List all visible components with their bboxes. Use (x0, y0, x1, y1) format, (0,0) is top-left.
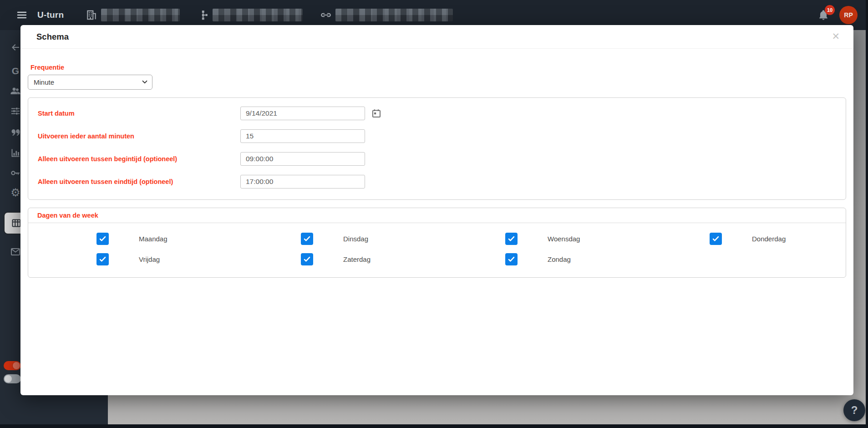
help-button[interactable]: ? (843, 399, 865, 421)
modal-header: Schema ✕ (20, 25, 853, 49)
day-checkbox-item[interactable]: Maandag (28, 232, 233, 245)
days-of-week-label: Dagen van de week (28, 208, 846, 223)
globe-icon[interactable]: G (10, 66, 21, 76)
day-label: Zondag (548, 255, 571, 263)
checkbox-checked[interactable] (96, 253, 109, 265)
field-input[interactable] (240, 129, 365, 143)
tune-icon[interactable] (10, 106, 21, 117)
form-row: Alleen uitvoeren tussen eindtijd (option… (28, 170, 846, 193)
toggle-knob (5, 375, 12, 382)
day-checkbox-item[interactable]: Zondag (437, 253, 641, 265)
topbar-nav-item[interactable] (197, 9, 303, 21)
notifications-button[interactable]: 10 (817, 9, 829, 21)
close-icon[interactable]: ✕ (832, 31, 840, 41)
notification-badge: 10 (825, 5, 835, 15)
checkbox-checked[interactable] (505, 233, 518, 245)
field-input[interactable] (240, 175, 365, 189)
modal-body: Frequentie Minute Start datumUitvoeren i… (20, 64, 853, 278)
schedule-fieldset: Start datumUitvoeren ieder aantal minute… (28, 97, 846, 200)
redacted-nav-label (101, 9, 180, 21)
redacted-nav-label (213, 9, 303, 21)
topbar-nav (86, 9, 453, 21)
checkbox-checked[interactable] (96, 233, 109, 245)
window-frame-bottom (0, 424, 868, 428)
topbar-right: 10 RP (817, 6, 858, 24)
frequency-select-wrap: Minute (28, 75, 152, 90)
days-grid: MaandagDinsdagWoensdagDonderdagVrijdagZa… (28, 223, 846, 277)
building-icon (86, 9, 97, 21)
day-label: Woensdag (548, 235, 580, 243)
day-checkbox-item[interactable]: Dinsdag (233, 232, 437, 245)
day-label: Donderdag (752, 235, 786, 243)
calendar-icon[interactable] (371, 108, 382, 119)
checkbox-checked[interactable] (301, 233, 313, 245)
window-frame-right (866, 0, 868, 428)
quote-icon[interactable] (10, 127, 21, 138)
form-row: Uitvoeren ieder aantal minuten (28, 125, 846, 148)
bell-icon (817, 15, 829, 23)
redacted-nav-label (335, 9, 453, 21)
sitemap-icon (197, 9, 209, 21)
day-label: Vrijdag (139, 255, 160, 263)
day-checkbox-item[interactable]: Woensdag (437, 232, 641, 245)
gear-icon[interactable]: ⚙ (10, 187, 21, 198)
avatar[interactable]: RP (839, 6, 858, 24)
day-label: Maandag (139, 235, 168, 243)
form-row: Alleen uitvoeren tussen begintijd (optio… (28, 148, 846, 170)
frequency-select[interactable]: Minute (28, 75, 152, 90)
field-input[interactable] (240, 152, 365, 166)
bar-chart-icon[interactable] (10, 148, 21, 158)
field-input[interactable] (240, 107, 365, 120)
day-label: Zaterdag (343, 255, 371, 263)
topbar-nav-item[interactable] (86, 9, 180, 21)
field-label: Start datum (38, 110, 240, 117)
brand-title: U-turn (37, 10, 64, 20)
days-fieldset: Dagen van de week MaandagDinsdagWoensdag… (28, 208, 846, 278)
day-label: Dinsdag (343, 235, 368, 243)
modal-title: Schema (36, 32, 69, 42)
field-label: Alleen uitvoeren tussen begintijd (optio… (38, 155, 240, 163)
people-icon[interactable] (10, 86, 21, 97)
checkbox-checked[interactable] (505, 253, 518, 265)
checkbox-checked[interactable] (301, 253, 313, 265)
field-label: Alleen uitvoeren tussen eindtijd (option… (38, 178, 240, 185)
frequency-label: Frequentie (30, 64, 846, 71)
field-label: Uitvoeren ieder aantal minuten (38, 132, 240, 140)
schema-modal: Schema ✕ Frequentie Minute Start datumUi… (20, 25, 853, 395)
day-checkbox-item[interactable]: Zaterdag (233, 253, 437, 265)
toggle-off[interactable] (4, 374, 21, 383)
key-icon[interactable] (10, 168, 21, 178)
checkbox-checked[interactable] (710, 233, 722, 245)
hamburger-icon[interactable] (16, 10, 27, 20)
application-window: G⚙ U-turn 10 RP ? Schema ✕ Frequentie Mi… (0, 0, 868, 428)
arrow-left-icon[interactable] (10, 42, 21, 53)
form-row: Start datum (28, 102, 846, 125)
link-icon (320, 9, 332, 21)
day-checkbox-item[interactable]: Donderdag (641, 232, 846, 245)
toggle-on[interactable] (4, 361, 21, 370)
day-checkbox-item[interactable]: Vrijdag (28, 253, 233, 265)
toggle-knob (13, 362, 20, 369)
topbar-nav-item[interactable] (320, 9, 453, 21)
mail-icon[interactable] (10, 246, 21, 257)
